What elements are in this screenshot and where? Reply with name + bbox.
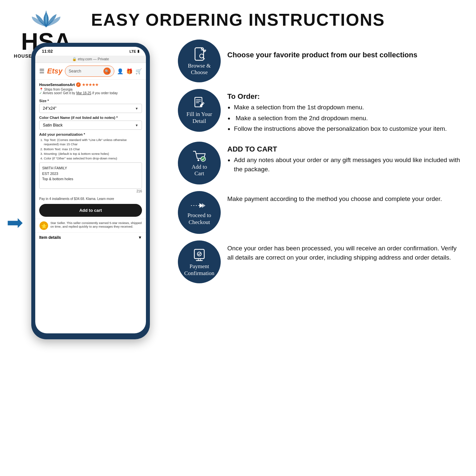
size-label: Size * xyxy=(39,99,142,103)
seller-stars: ★★★★★ xyxy=(82,83,98,87)
step-title-fill: To Order: xyxy=(227,92,463,101)
person-icon[interactable]: 👤 xyxy=(117,68,124,74)
step-text-payment: Once your order has been processed, you … xyxy=(227,244,463,263)
pin-icon: 📍 xyxy=(39,88,43,91)
add-to-cart-button[interactable]: Add to cart xyxy=(39,204,142,217)
svg-point-12 xyxy=(201,156,206,161)
signal-icon: LTE xyxy=(129,49,136,53)
step-circle-payment: PaymentConfirmation xyxy=(178,240,221,283)
url-bar[interactable]: 🔒 etsy.com — Private xyxy=(35,56,146,63)
item-details-chevron: ▼ xyxy=(138,235,142,240)
payment-icon xyxy=(191,247,208,263)
page-title: EASY ORDERING INSTRUCTIONS xyxy=(13,10,463,30)
url-text: etsy.com — Private xyxy=(78,57,109,61)
instruction-4: Color (if "Other" was selected from drop… xyxy=(44,156,142,160)
instruction-1: Top Text: (Comes standard with "Line Lif… xyxy=(44,138,142,147)
cart-icon xyxy=(191,149,208,164)
steps-section: Browse &Choose Choose your favorite prod… xyxy=(168,40,463,339)
step-fill-detail: Fill in YourDetail To Order: Make a sele… xyxy=(178,89,463,135)
char-count: 216 xyxy=(39,189,142,193)
dropdown-arrow: ▼ xyxy=(135,107,138,110)
star-seller: ⭐ Star Seller. This seller consistently … xyxy=(35,219,146,232)
phone-section: ➡ 11:02 LTE ▮ 🔒 etsy.com — Private xyxy=(13,40,168,339)
step-text-checkout: Make payment according to the method you… xyxy=(227,194,463,204)
ships-from-text: Ships from Georgia xyxy=(44,88,72,91)
item-details[interactable]: Item details ▼ xyxy=(35,232,146,242)
personalization-textarea[interactable]: SMITH FAMILYEST 2023Top & bottom holes xyxy=(39,162,142,189)
shipping-info: 📍 Ships from Georgia ✓ Arrives soon! Get… xyxy=(39,88,142,95)
star-seller-text: Star Seller. This seller consistently ea… xyxy=(50,221,142,228)
klarna-text: Pay in 4 installments of $34.68. Klarna.… xyxy=(39,197,114,201)
browse-icon xyxy=(191,46,208,63)
search-bar[interactable]: Search 🔍 xyxy=(65,66,114,77)
page-container: HSA HOUSE SENSATIONS ART EASY ORDERING I… xyxy=(0,0,476,476)
step-title-cart: ADD TO CART xyxy=(227,145,463,154)
battery-icon: ▮ xyxy=(137,49,139,53)
step-desc-browse: Choose your favorite product from our be… xyxy=(227,40,463,60)
star-seller-badge: ⭐ xyxy=(39,221,48,230)
step-label-cart: Add toCart xyxy=(192,164,207,177)
arrives-suffix: if you order today xyxy=(92,91,118,95)
etsy-logo: Etsy xyxy=(47,67,62,75)
blue-arrow: ➡ xyxy=(7,211,23,234)
step-checkout: Proceed toCheckout Make payment accordin… xyxy=(178,191,463,234)
main-content: ➡ 11:02 LTE ▮ 🔒 etsy.com — Private xyxy=(13,40,463,339)
step-desc-payment: Once your order has been processed, you … xyxy=(227,240,463,263)
color-dropdown[interactable]: Satin Black ▼ xyxy=(39,121,142,130)
step-label-payment: PaymentConfirmation xyxy=(184,263,214,277)
add-to-cart-section: Add to cart xyxy=(35,202,146,219)
checkout-icon xyxy=(190,199,209,212)
personalization-content: SMITH FAMILYEST 2023Top & bottom holes xyxy=(42,165,139,182)
step-add-cart: Add toCart ADD TO CART Add any notes abo… xyxy=(178,142,463,184)
step-circle-fill: Fill in YourDetail xyxy=(178,89,221,132)
fill-icon xyxy=(191,96,208,111)
step-payment: PaymentConfirmation Once your order has … xyxy=(178,240,463,283)
color-dropdown-arrow: ▼ xyxy=(135,124,138,127)
header-icons: 👤 🎁 🛒 xyxy=(117,68,142,74)
check-icon: ✓ xyxy=(39,91,42,95)
step-desc-checkout: Make payment according to the method you… xyxy=(227,191,463,204)
shop-badge: ✓ xyxy=(76,82,81,87)
klarna-section: Pay in 4 installments of $34.68. Klarna.… xyxy=(35,196,146,202)
status-icons: LTE ▮ xyxy=(129,49,139,53)
seller-info: HouseSensationsArt ✓ ★★★★★ 📍 Ships from … xyxy=(35,80,146,96)
search-button[interactable]: 🔍 xyxy=(103,68,111,75)
step-label-fill: Fill in YourDetail xyxy=(186,111,212,125)
step-circle-cart: Add toCart xyxy=(178,142,221,184)
lotus-icon xyxy=(30,10,63,30)
gift-icon[interactable]: 🎁 xyxy=(126,68,133,74)
svg-text:⭐: ⭐ xyxy=(41,223,47,229)
step-circle-checkout: Proceed toCheckout xyxy=(178,191,221,234)
personalization-label: Add your personalization * xyxy=(39,132,142,136)
step-text-browse: Choose your favorite product from our be… xyxy=(227,49,463,60)
step-text-fill: Make a selection from the 1st dropdown m… xyxy=(227,103,463,134)
step-label-browse: Browse &Choose xyxy=(188,63,210,76)
size-dropdown[interactable]: 24"x24" ▼ xyxy=(39,104,142,113)
size-value: 24"x24" xyxy=(43,106,56,111)
phone-mockup: 11:02 LTE ▮ 🔒 etsy.com — Private ☰ xyxy=(31,43,150,339)
ships-line: 📍 Ships from Georgia xyxy=(39,88,142,91)
hamburger-icon[interactable]: ☰ xyxy=(39,68,44,75)
instruction-2: Bottom Text: max 15 Char xyxy=(44,147,142,151)
cart-icon[interactable]: 🛒 xyxy=(135,68,142,74)
status-time: 11:02 xyxy=(42,49,53,54)
personalization-instructions: Top Text: (Comes standard with "Line Lif… xyxy=(39,138,142,160)
arrives-text: Arrives soon! Get it by xyxy=(43,91,75,95)
status-bar: 11:02 LTE ▮ xyxy=(35,47,146,56)
search-text: Search xyxy=(69,69,81,73)
arrives-date: Mar 18-25 xyxy=(76,91,91,95)
step-label-checkout: Proceed toCheckout xyxy=(187,212,211,226)
item-details-label: Item details xyxy=(39,235,61,240)
instruction-3: Mounting: (default is top & bottom screw… xyxy=(44,152,142,156)
color-label: Color Chart Name (if not listed add to n… xyxy=(39,116,142,120)
step-browse: Browse &Choose Choose your favorite prod… xyxy=(178,40,463,82)
phone-screen: 11:02 LTE ▮ 🔒 etsy.com — Private ☰ xyxy=(35,47,146,333)
step-text-cart: Add any notes about your order or any gi… xyxy=(227,155,463,174)
step-desc-cart: ADD TO CART Add any notes about your ord… xyxy=(227,142,463,176)
form-area: Size * 24"x24" ▼ Color Chart Name (if no… xyxy=(35,96,146,196)
step-desc-fill: To Order: Make a selection from the 1st … xyxy=(227,89,463,135)
etsy-header: ☰ Etsy Search 🔍 👤 🎁 🛒 xyxy=(35,63,146,80)
arrives-line: ✓ Arrives soon! Get it by Mar 18-25 if y… xyxy=(39,91,142,95)
seller-name-text: HouseSensationsArt xyxy=(39,83,75,87)
page-header: EASY ORDERING INSTRUCTIONS xyxy=(13,10,463,30)
